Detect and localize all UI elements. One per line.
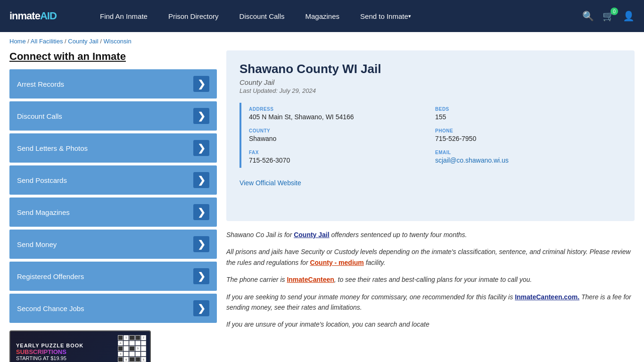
ad-title: YEARLY PUZZLE BOOK xyxy=(16,343,83,348)
email-label: EMAIL xyxy=(435,150,616,155)
address-value: 405 N Main St, Shawano, WI 54166 xyxy=(249,113,429,121)
nav-prison-directory[interactable]: Prison Directory xyxy=(158,0,229,32)
sidebar: Connect with an Inmate Arrest Records ❯ … xyxy=(9,50,217,362)
fax-label: FAX xyxy=(249,150,429,155)
county-jail-link-1[interactable]: County Jail xyxy=(294,231,329,239)
sidebar-send-magazines[interactable]: Send Magazines ❯ xyxy=(9,197,217,227)
sidebar-arrest-records[interactable]: Arrest Records ❯ xyxy=(9,69,217,99)
logo-text: inmateAID xyxy=(9,10,57,22)
header-icons: 🔍 🛒 0 👤 xyxy=(582,10,635,22)
desc-para-3: The phone carrier is InmateCanteen, to s… xyxy=(226,274,635,285)
county-medium-link[interactable]: County - medium xyxy=(310,259,363,266)
breadcrumb-county-jail[interactable]: County Jail xyxy=(68,38,98,45)
arrow-icon: ❯ xyxy=(193,172,209,188)
arrow-icon: ❯ xyxy=(193,76,209,92)
puzzle-grid: 12 A 3 4 95 B 1 xyxy=(118,335,146,362)
nav-find-inmate[interactable]: Find An Inmate xyxy=(90,0,158,32)
sidebar-registered-offenders[interactable]: Registered Offenders ❯ xyxy=(9,262,217,291)
sidebar-second-chance-jobs[interactable]: Second Chance Jobs ❯ xyxy=(9,294,217,323)
arrow-icon: ❯ xyxy=(193,236,209,252)
arrow-icon: ❯ xyxy=(193,108,209,124)
user-icon[interactable]: 👤 xyxy=(623,10,635,22)
inmate-canteen-link-1[interactable]: InmateCanteen xyxy=(287,276,334,283)
beds-label: BEDS xyxy=(435,107,616,112)
email-value: scjail@co.shawano.wi.us xyxy=(435,156,616,164)
facility-type: County Jail xyxy=(239,78,621,86)
main-content: Connect with an Inmate Arrest Records ❯ … xyxy=(0,50,644,362)
right-column: Shawano County WI Jail County Jail Last … xyxy=(226,50,635,362)
desc-para-2: All prisons and jails have Security or C… xyxy=(226,247,635,268)
fax-group: FAX 715-526-3070 xyxy=(249,146,435,168)
nav-magazines[interactable]: Magazines xyxy=(295,0,350,32)
description-section: Shawano Co Jail is for County Jail offen… xyxy=(226,221,635,362)
nav-discount-calls[interactable]: Discount Calls xyxy=(229,0,295,32)
view-website-link[interactable]: View Official Website xyxy=(239,179,301,187)
sidebar-send-letters[interactable]: Send Letters & Photos ❯ xyxy=(9,133,217,163)
arrow-icon: ❯ xyxy=(193,300,209,316)
breadcrumb: Home / All Facilities / County Jail / Wi… xyxy=(0,32,644,50)
breadcrumb-home[interactable]: Home xyxy=(9,38,26,45)
county-label: COUNTY xyxy=(249,128,429,133)
desc-para-5: If you are unsure of your inmate's locat… xyxy=(226,319,635,329)
logo[interactable]: inmateAID xyxy=(9,10,75,22)
ad-price: STARTING AT $19.95 xyxy=(16,355,66,361)
facility-updated: Last Updated: July 29, 2024 xyxy=(239,87,621,94)
sidebar-send-money[interactable]: Send Money ❯ xyxy=(9,230,217,259)
main-nav: Find An Inmate Prison Directory Discount… xyxy=(90,0,568,32)
search-icon[interactable]: 🔍 xyxy=(582,10,594,22)
desc-para-1: Shawano Co Jail is for County Jail offen… xyxy=(226,230,635,240)
phone-value: 715-526-7950 xyxy=(435,135,616,142)
nav-send-to-inmate[interactable]: Send to Inmate xyxy=(350,0,421,32)
ad-banner[interactable]: YEARLY PUZZLE BOOK SUBSCRIPTIONS STARTIN… xyxy=(9,330,151,362)
ad-subtitle: SUBSCRIPTIONS xyxy=(16,348,66,355)
cart-badge: 0 xyxy=(611,8,618,15)
address-group: ADDRESS 405 N Main St, Shawano, WI 54166 xyxy=(249,103,435,124)
fax-value: 715-526-3070 xyxy=(249,156,429,164)
sidebar-discount-calls[interactable]: Discount Calls ❯ xyxy=(9,101,217,131)
cart-icon[interactable]: 🛒 0 xyxy=(603,10,614,22)
sidebar-title: Connect with an Inmate xyxy=(9,50,217,63)
phone-label: PHONE xyxy=(435,128,616,133)
beds-value: 155 xyxy=(435,113,616,121)
email-group: EMAIL scjail@co.shawano.wi.us xyxy=(435,146,621,168)
arrow-icon: ❯ xyxy=(193,204,209,220)
facility-panel: Shawano County WI Jail County Jail Last … xyxy=(226,50,635,221)
breadcrumb-all-facilities[interactable]: All Facilities xyxy=(31,38,63,45)
inmate-canteen-link-2[interactable]: InmateCanteen.com. xyxy=(515,293,579,301)
facility-details: ADDRESS 405 N Main St, Shawano, WI 54166… xyxy=(239,103,621,168)
arrow-icon: ❯ xyxy=(193,268,209,284)
facility-name: Shawano County WI Jail xyxy=(239,62,621,76)
sidebar-send-postcards[interactable]: Send Postcards ❯ xyxy=(9,165,217,195)
county-value: Shawano xyxy=(249,135,429,142)
breadcrumb-state[interactable]: Wisconsin xyxy=(103,38,131,45)
desc-para-4: If you are seeking to send your inmate m… xyxy=(226,292,635,313)
phone-group: PHONE 715-526-7950 xyxy=(435,124,621,146)
beds-group: BEDS 155 xyxy=(435,103,621,124)
address-label: ADDRESS xyxy=(249,107,429,112)
county-group: COUNTY Shawano xyxy=(249,124,435,146)
arrow-icon: ❯ xyxy=(193,140,209,156)
